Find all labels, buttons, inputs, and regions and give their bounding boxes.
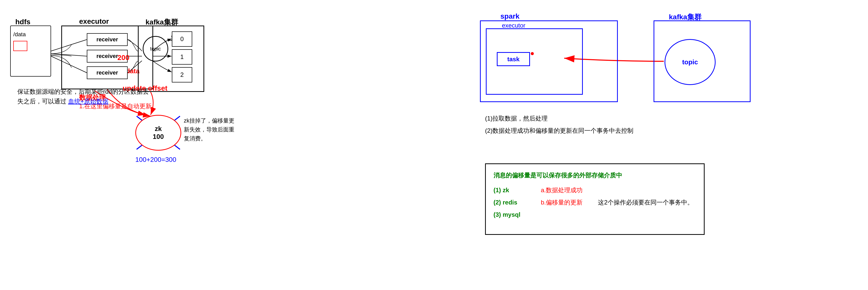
topic-ellipse-left: topic (143, 36, 168, 62)
partition-2: 2 (172, 67, 192, 83)
hdfs-inner-rect (13, 41, 27, 51)
kafka-right-box: topic (654, 21, 750, 102)
bottom-box-items: (1) zk (2) redis (3) mysql (494, 184, 520, 221)
receiver-1: receiver (87, 33, 128, 46)
right-description: (1)拉取数据，然后处理 (2)数据处理成功和偏移量的更新在同一个事务中去控制 (485, 112, 633, 137)
zk-ellipse: zk 100 (135, 115, 181, 151)
executor-right-box: executor task (486, 28, 583, 95)
partitions-col: 0 1 2 (172, 31, 192, 83)
zk-hung-text: zk挂掉了，偏移量更 新失效，导致后面重 复消费。 (184, 116, 235, 143)
right-desc-line1: (1)拉取数据，然后处理 (485, 112, 633, 125)
bottom-box-title: 消息的偏移量是可以保存很多的外部存储介质中 (494, 169, 696, 182)
hdfs-title: hdfs (15, 18, 30, 26)
label-calc: 100+200=300 (135, 156, 177, 164)
desc-text-1: 保证数据源端的安全，后期某些rdd的分区数据丢 失之后，可以通过 血统+原始数据 (18, 87, 149, 106)
spark-label: spark (500, 12, 520, 21)
spark-outer-box: executor task (480, 21, 618, 102)
bottom-box-note: 这2个操作必须要在同一个事务中。 (598, 184, 693, 221)
main-container: hdfs /data executor data receiver receiv… (0, 0, 868, 290)
desc-line1: 保证数据源端的安全，后期某些rdd的分区数据丢 (18, 87, 149, 96)
bottom-box-actions: a.数据处理成功 b.偏移量的更新 (541, 184, 583, 221)
action-a: a.数据处理成功 (541, 184, 583, 196)
bottom-item-zk: (1) zk (494, 184, 520, 196)
bottom-item-mysql: (3) mysql (494, 208, 520, 221)
blood-lineage-link: 血统+原始数据 (68, 98, 108, 105)
partition-1: 1 (172, 49, 192, 65)
partition-0: 0 (172, 31, 192, 47)
kafka-left-box: topic 0 1 2 (138, 26, 204, 92)
desc-line2: 失之后，可以通过 血统+原始数据 (18, 96, 149, 106)
zk-label: zk (155, 125, 162, 133)
bottom-note-text: 这2个操作必须要在同一个事务中。 (598, 196, 693, 208)
hdfs-box: /data (10, 26, 51, 76)
right-desc-line2: (2)数据处理成功和偏移量的更新在同一个事务中去控制 (485, 125, 633, 137)
executor-left-title: executor (79, 18, 109, 26)
receiver-3: receiver (87, 66, 128, 79)
hdfs-data-path: /data (13, 31, 26, 38)
bottom-item-redis: (2) redis (494, 196, 520, 208)
topic-ellipse-right: topic (664, 39, 716, 85)
data-label: data (126, 67, 140, 75)
action-b: b.偏移量的更新 (541, 196, 583, 208)
zk-number: 100 (153, 133, 164, 141)
bottom-right-box: 消息的偏移量是可以保存很多的外部存储介质中 (1) zk (2) redis (… (485, 163, 705, 235)
label-200: 200 (118, 54, 129, 62)
task-box: task (497, 52, 530, 66)
executor-right-label: executor (502, 22, 525, 29)
